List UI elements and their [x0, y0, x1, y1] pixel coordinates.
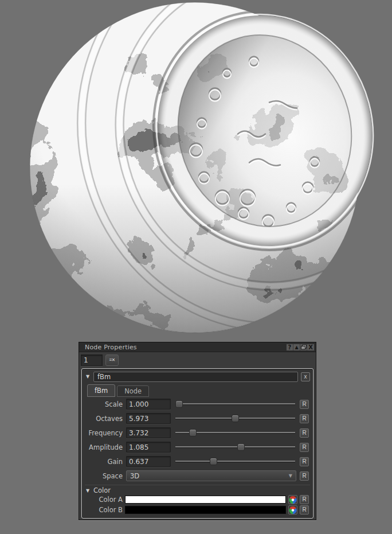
window-controls: ? ▲ X — [286, 344, 315, 351]
space-value: 3D — [130, 472, 139, 480]
octaves-slider[interactable] — [174, 413, 296, 424]
param-label: Frequency — [85, 429, 123, 437]
param-row-amplitude: Amplitude R — [85, 440, 310, 454]
color-section-title: Color — [93, 486, 111, 494]
param-row-frequency: Frequency R — [85, 426, 310, 440]
reset-button[interactable]: R — [300, 505, 309, 514]
node-groupbox: ▼ fBm x fBm Node Scale R — [81, 368, 313, 519]
reset-button[interactable]: R — [300, 400, 309, 409]
param-label: Space — [85, 472, 123, 480]
slider-handle[interactable] — [210, 458, 217, 465]
color-picker-button[interactable] — [288, 495, 297, 504]
material-preview-viewport[interactable] — [0, 0, 392, 342]
tab-node[interactable]: Node — [117, 385, 149, 397]
help-icon[interactable]: ? — [287, 344, 293, 350]
frequency-input[interactable] — [126, 427, 171, 438]
param-label: Gain — [85, 458, 123, 466]
chevron-down-icon: ▼ — [289, 473, 292, 478]
close-window-icon[interactable]: X — [307, 344, 314, 350]
param-label: Color B — [85, 506, 123, 514]
node-properties-panel: Node Properties ? ▲ X ≡✕ ▼ — [79, 342, 316, 520]
color-picker-button[interactable] — [288, 505, 297, 514]
amplitude-slider[interactable] — [174, 442, 296, 453]
reset-button[interactable]: R — [300, 428, 309, 438]
param-row-space: Space 3D ▼ R — [85, 469, 310, 483]
slider-handle[interactable] — [189, 429, 197, 436]
clear-selection-button[interactable]: ≡✕ — [105, 354, 119, 366]
tab-strip: fBm Node — [85, 383, 310, 397]
param-label: Octaves — [85, 415, 123, 423]
clear-selection-icon: ≡✕ — [109, 357, 115, 363]
space-dropdown[interactable]: 3D ▼ — [126, 470, 296, 481]
panel-toolbar: ≡✕ — [79, 352, 316, 368]
tab-fbm[interactable]: fBm — [87, 384, 115, 397]
remove-node-button[interactable]: x — [301, 372, 310, 381]
gain-slider[interactable] — [174, 456, 296, 467]
color-a-swatch[interactable] — [125, 496, 286, 504]
reset-button[interactable]: R — [300, 495, 309, 504]
color-row-a: Color A R — [85, 494, 310, 505]
restore-window-icon[interactable] — [300, 344, 307, 350]
param-row-scale: Scale R — [85, 397, 310, 411]
reset-button[interactable]: R — [300, 471, 309, 481]
slider-track — [175, 461, 295, 462]
gain-input[interactable] — [126, 456, 171, 467]
slider-track — [175, 403, 295, 404]
panel-titlebar[interactable]: Node Properties ? ▲ X — [79, 342, 316, 352]
scale-slider[interactable] — [174, 399, 296, 410]
rgb-picker-icon — [289, 506, 297, 514]
param-label: Amplitude — [85, 443, 123, 451]
color-row-b: Color B R — [85, 505, 310, 515]
rgb-picker-icon — [289, 496, 297, 504]
panel-title: Node Properties — [85, 344, 137, 351]
node-name-field[interactable]: fBm — [93, 372, 298, 382]
shader-ball-render — [0, 0, 392, 342]
param-row-octaves: Octaves R — [85, 411, 310, 426]
node-header: ▼ fBm x — [85, 371, 310, 382]
param-label: Color A — [85, 496, 123, 504]
color-b-swatch[interactable] — [125, 506, 286, 514]
slider-handle[interactable] — [232, 415, 239, 422]
reset-button[interactable]: R — [300, 443, 309, 452]
slider-handle[interactable] — [175, 400, 183, 408]
scale-input[interactable] — [126, 399, 171, 410]
param-row-gain: Gain R — [85, 454, 310, 469]
slider-handle[interactable] — [237, 443, 245, 451]
amplitude-input[interactable] — [126, 442, 171, 453]
collapse-triangle-icon[interactable]: ▼ — [85, 374, 91, 379]
param-label: Scale — [85, 400, 123, 408]
node-index-input[interactable] — [81, 354, 103, 366]
slider-track — [175, 446, 295, 447]
reset-button[interactable]: R — [300, 457, 309, 466]
node-name: fBm — [97, 373, 111, 381]
color-section-header[interactable]: ▼ Color — [85, 485, 310, 494]
popup-icon[interactable]: ▲ — [293, 344, 300, 350]
application-window: Node Properties ? ▲ X ≡✕ ▼ — [0, 0, 392, 534]
collapse-triangle-icon[interactable]: ▼ — [85, 488, 91, 493]
reset-button[interactable]: R — [300, 414, 309, 423]
octaves-input[interactable] — [126, 413, 171, 424]
frequency-slider[interactable] — [174, 427, 296, 438]
